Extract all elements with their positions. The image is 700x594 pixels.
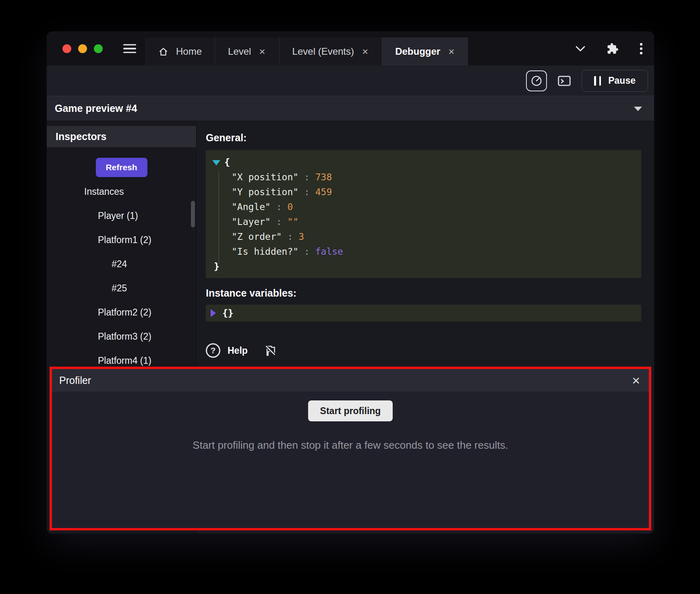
tab-bar: Home Level × Level (Events) × Debugger × (145, 37, 468, 66)
home-icon (158, 46, 169, 57)
empty-object-value: {} (222, 308, 234, 318)
close-window-button[interactable] (62, 44, 71, 53)
json-open-line: { (210, 155, 634, 169)
close-icon[interactable]: × (632, 373, 640, 387)
pause-icon (594, 76, 601, 86)
close-tab-icon[interactable]: × (361, 45, 369, 58)
property-row: "Angle" : 0 (210, 199, 634, 214)
tree-item-platform3-2[interactable]: Platform3 (2) (47, 324, 196, 349)
general-label: General: (206, 132, 641, 144)
profiler-body: Start profiling Start profiling and then… (52, 392, 649, 528)
titlebar: Home Level × Level (Events) × Debugger × (47, 31, 654, 66)
tab-label: Home (176, 46, 202, 57)
speedometer-icon (530, 75, 543, 87)
start-profiling-button[interactable]: Start profiling (308, 400, 393, 421)
tab-level[interactable]: Level × (215, 37, 279, 66)
indent-guide-line (218, 171, 219, 264)
pause-label: Pause (608, 75, 636, 86)
tab-debugger[interactable]: Debugger × (382, 37, 468, 66)
open-brace: { (224, 157, 230, 167)
property-row: "Is hidden?" : false (210, 244, 634, 259)
profiler-panel: Profiler × Start profiling Start profili… (50, 367, 651, 530)
tab-level-events[interactable]: Level (Events) × (279, 37, 382, 66)
traffic-lights (62, 44, 103, 53)
tab-label: Level (Events) (292, 46, 354, 57)
refresh-button[interactable]: Refresh (96, 158, 147, 177)
property-list: "X position" : 738"Y position" : 459"Ang… (210, 169, 634, 259)
property-row: "Layer" : "" (210, 214, 634, 229)
debugger-toolbar: Pause (47, 66, 654, 96)
property-row: "Z order" : 3 (210, 229, 634, 244)
profiler-title: Profiler (59, 375, 91, 386)
property-row: "Y position" : 459 (210, 184, 634, 199)
instance-variables-viewer: {} (206, 305, 641, 322)
json-close-line: } (210, 259, 634, 274)
sidebar-scrollbar[interactable] (191, 201, 195, 227)
profiler-speedometer-button[interactable] (526, 70, 547, 91)
tab-home[interactable]: Home (145, 37, 215, 66)
question-mark-icon[interactable]: ? (206, 343, 220, 358)
puzzle-extension-icon[interactable] (607, 43, 619, 55)
tab-label: Level (228, 46, 251, 57)
pause-button[interactable]: Pause (582, 70, 648, 92)
tree-item-25[interactable]: #25 (47, 276, 196, 300)
tree-item-instances[interactable]: Instances (47, 179, 196, 204)
tree-item-player-1[interactable]: Player (1) (47, 204, 196, 228)
tree-item-platform2-2[interactable]: Platform2 (2) (47, 300, 196, 324)
collapse-chevron-icon[interactable] (633, 106, 643, 111)
crossed-flag-icon[interactable] (264, 344, 277, 357)
profiler-hint-text: Start profiling and then stop it after a… (193, 439, 508, 452)
instance-variables-label: Instance variables: (206, 287, 641, 299)
help-label[interactable]: Help (228, 345, 248, 356)
zoom-window-button[interactable] (94, 44, 103, 53)
game-preview-title: Game preview #4 (55, 103, 137, 114)
console-terminal-icon[interactable] (557, 73, 572, 89)
close-tab-icon[interactable]: × (258, 45, 266, 58)
collapse-triangle-icon[interactable] (212, 160, 220, 165)
property-row: "X position" : 738 (210, 169, 634, 184)
chevron-down-icon[interactable] (575, 45, 586, 52)
kebab-menu-icon[interactable] (640, 42, 643, 55)
minimize-window-button[interactable] (78, 44, 87, 53)
titlebar-actions (575, 42, 643, 55)
json-property-viewer: { "X position" : 738"Y position" : 459"A… (206, 150, 641, 278)
inspector-tree: InstancesPlayer (1)Platform1 (2)#24#25Pl… (47, 179, 196, 373)
tree-item-24[interactable]: #24 (47, 252, 196, 276)
tree-item-platform1-2[interactable]: Platform1 (2) (47, 228, 196, 252)
profiler-header: Profiler × (52, 369, 649, 392)
inspectors-header: Inspectors (47, 126, 196, 147)
game-preview-bar[interactable]: Game preview #4 (47, 96, 654, 121)
close-tab-icon[interactable]: × (447, 45, 455, 58)
tab-label: Debugger (395, 46, 440, 57)
expand-triangle-icon[interactable] (211, 309, 216, 317)
hamburger-menu-icon[interactable] (123, 44, 136, 53)
help-row: ? Help (206, 343, 641, 358)
app-window: Home Level × Level (Events) × Debugger × (47, 31, 654, 534)
